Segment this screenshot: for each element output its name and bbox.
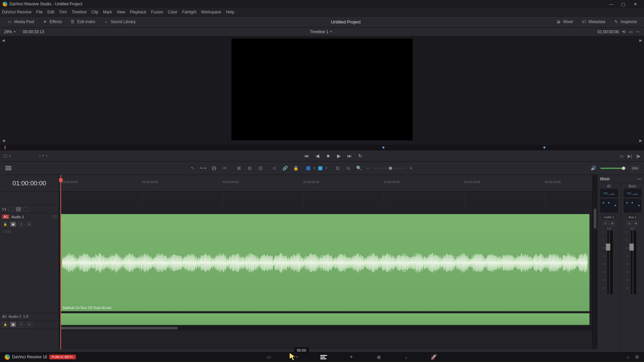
insert-clip-icon[interactable]: ⊞	[235, 165, 243, 172]
eq-button[interactable]: EQ ▁▂▃	[600, 189, 618, 197]
channel-name[interactable]: Audio 1	[602, 215, 615, 220]
a2-lock-icon[interactable]: 🔒	[2, 322, 8, 327]
a1-solo-button[interactable]: S	[18, 222, 24, 227]
dual-viewer-icon[interactable]: ▭	[629, 29, 633, 34]
fairlight-page-icon[interactable]: ♪	[402, 354, 411, 360]
bypass-icon[interactable]: ⟲	[622, 29, 626, 34]
mute-button[interactable]: M	[610, 221, 615, 226]
menu-help[interactable]: Help	[226, 10, 234, 14]
chevron-down-icon[interactable]: ▾	[14, 30, 15, 33]
chevron-down-icon[interactable]: ▾	[9, 155, 10, 158]
stop-button[interactable]: ■	[325, 153, 331, 159]
next-clip-icon[interactable]: ▶|	[628, 154, 632, 159]
full-extent-zoom-icon[interactable]: ⊡	[334, 165, 341, 172]
marker-dropdown-icon[interactable]: ▾	[326, 167, 327, 170]
pan-control[interactable]	[624, 199, 642, 213]
menu-fairlight[interactable]: Fairlight	[182, 10, 197, 14]
blade-tool-icon[interactable]: ✂	[221, 165, 228, 172]
panel-sound-library[interactable]: ♪Sound Library	[100, 18, 139, 25]
menu-mark[interactable]: Mark	[103, 10, 112, 14]
detail-zoom-icon[interactable]: ⊙	[344, 165, 352, 172]
last-clip-icon[interactable]: |▶	[636, 154, 641, 159]
eq-button[interactable]: EQ ▁▂▃	[624, 189, 642, 197]
trim-tool-icon[interactable]: ⟷	[200, 165, 207, 172]
vertical-scrollbar[interactable]	[592, 175, 597, 349]
volume-slider[interactable]	[600, 168, 627, 169]
v1-track-label[interactable]: V1	[2, 207, 6, 211]
viewer-nav-right-icon[interactable]: ▶	[639, 138, 642, 143]
close-button[interactable]: ✕	[629, 0, 641, 8]
timeline-view-options-icon[interactable]	[5, 165, 12, 172]
maximize-button[interactable]: ▢	[617, 0, 629, 8]
viewer-nav-left-icon[interactable]: ◀	[2, 138, 5, 143]
viewer-canvas[interactable]	[231, 39, 413, 140]
menu-workspace[interactable]: Workspace	[201, 10, 221, 14]
match-frame-left-icon[interactable]: ◀	[2, 38, 5, 43]
overwrite-clip-icon[interactable]: ⊟	[246, 165, 253, 172]
lock-icon[interactable]: 🔒	[292, 165, 300, 172]
panel-media-pool[interactable]: ▭Media Pool	[3, 18, 38, 25]
a1-mute-button[interactable]: M	[26, 222, 32, 227]
menu-file[interactable]: File	[36, 10, 43, 14]
selection-tool-icon[interactable]: ↖	[189, 165, 196, 172]
timeline-ruler[interactable]: 01:00:00:0001:00:02:0001:00:04:0001:00:0…	[59, 175, 592, 192]
timeline-dropdown-icon[interactable]: ▾	[330, 30, 332, 33]
solo-button[interactable]: S	[627, 221, 632, 226]
go-first-button[interactable]: ⏮	[304, 153, 310, 159]
flag-dropdown-icon[interactable]: ▾	[314, 167, 315, 170]
go-last-button[interactable]: ⏭	[346, 153, 353, 159]
fusion-page-icon[interactable]: ✦	[347, 354, 356, 360]
panel-mixer[interactable]: 𝍎Mixer	[552, 18, 576, 25]
solo-button[interactable]: S	[603, 221, 608, 226]
custom-zoom-icon[interactable]: 🔍	[355, 165, 363, 172]
fader[interactable]: 0-5-10-15-20-30-40-50	[626, 231, 640, 294]
replace-clip-icon[interactable]: ⊡	[257, 165, 264, 172]
menu-playback[interactable]: Playback	[130, 10, 146, 14]
project-settings-button[interactable]: ⚙	[635, 354, 639, 360]
pan-control[interactable]	[600, 199, 618, 213]
horizontal-scrollbar[interactable]	[59, 326, 592, 330]
marker-button[interactable]	[318, 166, 322, 170]
in-point-marker[interactable]	[382, 146, 384, 148]
dim-button[interactable]: DIM	[631, 166, 640, 171]
panel-edit-index[interactable]: ☰Edit Index	[67, 18, 99, 25]
loop-button[interactable]: ↻	[357, 153, 363, 159]
panel-effects[interactable]: ✦Effects	[39, 18, 65, 25]
a1-lock-icon[interactable]: 🔒	[2, 222, 8, 227]
panel-inspector[interactable]: ✎Inspector	[610, 18, 641, 25]
monitor-volume-icon[interactable]: 🔊	[590, 165, 597, 172]
a2-track-name[interactable]: Audio 2	[8, 314, 21, 318]
menu-davinci-resolve[interactable]: DaVinci Resolve	[2, 10, 32, 14]
edit-page-icon[interactable]	[319, 354, 328, 360]
a2-track-tag[interactable]: A2	[2, 314, 6, 318]
zoom-slider[interactable]	[373, 168, 406, 169]
dynamic-trim-icon[interactable]: ⟪⟫	[210, 165, 218, 172]
a2-mute-button[interactable]: M	[26, 322, 32, 327]
audio-track-a1[interactable]: Bathtub On Run Off Drain M.wav	[59, 213, 592, 312]
a2-solo-button[interactable]: S	[18, 322, 24, 327]
link-icon[interactable]: 🔗	[281, 165, 289, 172]
video-track-v1[interactable]	[59, 205, 592, 213]
v1-auto-select-icon[interactable]	[16, 207, 21, 212]
snapping-icon[interactable]: ⊂	[271, 165, 278, 172]
menu-timeline[interactable]: Timeline	[71, 10, 87, 14]
media-page-icon[interactable]: ▭	[264, 354, 273, 360]
match-frame-right-icon[interactable]: ▶	[639, 38, 642, 43]
timeline-timecode[interactable]: 01:00:00:00	[0, 175, 59, 192]
menu-edit[interactable]: Edit	[47, 10, 54, 14]
menu-trim[interactable]: Trim	[59, 10, 67, 14]
record-timecode[interactable]: 01:00:00:00	[598, 29, 619, 34]
mute-button[interactable]: M	[633, 221, 639, 226]
menu-color[interactable]: Color	[168, 10, 177, 14]
a1-auto-select-icon[interactable]: ▣	[10, 222, 16, 227]
mixer-channel-a1[interactable]: A1EQ ▁▂▃Audio 1SM0.00-5-10-15-20-30-40-5…	[597, 183, 621, 349]
mixer-options-icon[interactable]: ⋯	[637, 177, 641, 181]
fader[interactable]: 0-5-10-15-20-30-40-50	[602, 231, 616, 294]
step-back-button[interactable]: ◀	[314, 153, 320, 159]
mini-playhead[interactable]	[5, 146, 5, 149]
audio-track-a2[interactable]	[59, 312, 592, 326]
transform-overlay-icon[interactable]: ▢	[3, 154, 7, 158]
take-selector-icon[interactable]: ▭	[620, 154, 624, 159]
prev-nav-icon[interactable]: ‹	[39, 154, 41, 158]
channel-name[interactable]: Bus 1	[627, 215, 638, 220]
